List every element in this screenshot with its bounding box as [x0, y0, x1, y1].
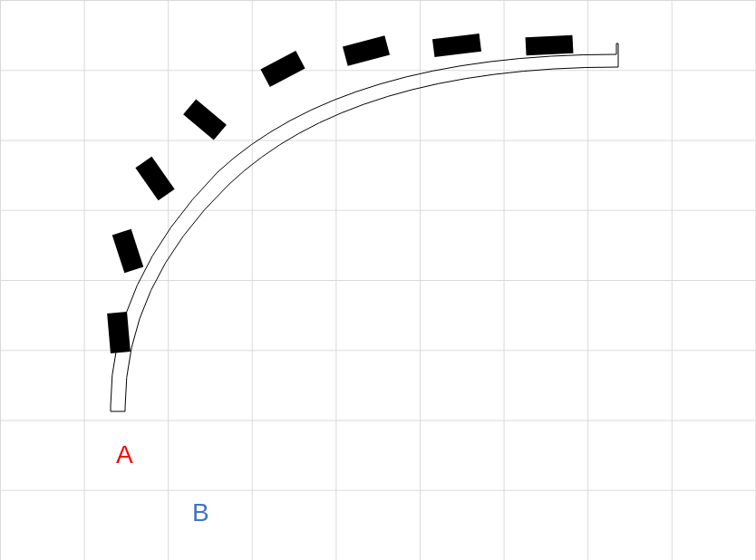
dash-8 — [526, 35, 574, 56]
dash-3 — [135, 157, 174, 201]
dash-segments — [107, 34, 573, 353]
dash-2 — [112, 229, 144, 274]
dash-5 — [260, 51, 305, 87]
label-A: A — [116, 442, 133, 468]
dash-1 — [107, 312, 131, 353]
curve-shape — [0, 0, 756, 560]
curve-outline — [111, 43, 618, 411]
dash-7 — [432, 34, 481, 57]
dash-6 — [343, 35, 390, 66]
dash-4 — [183, 99, 227, 140]
label-B: B — [192, 500, 209, 526]
